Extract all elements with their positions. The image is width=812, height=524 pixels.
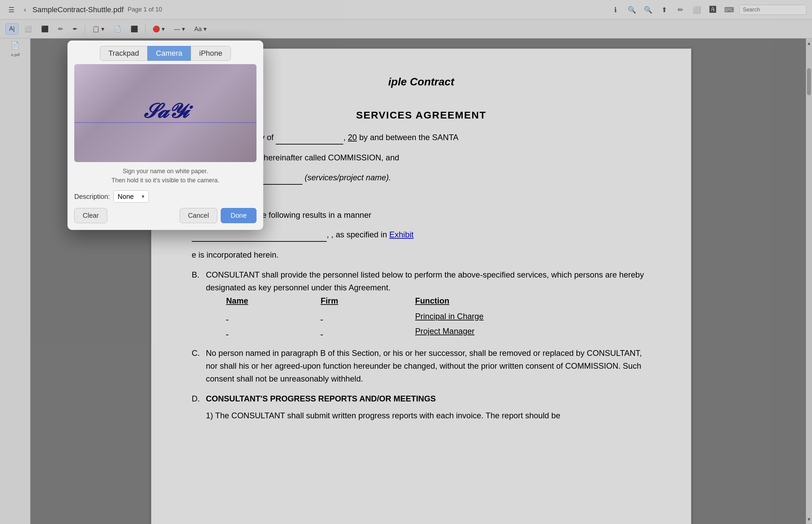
signature-dialog: Trackpad Camera iPhone 𝒮𝒶𝒴𝒾 Sign your na… <box>68 40 263 230</box>
done-button[interactable]: Done <box>221 208 256 223</box>
camera-preview: 𝒮𝒶𝒴𝒾 <box>74 64 256 162</box>
instruction-line-2: Then hold it so it's visible to the came… <box>74 176 256 185</box>
description-row: Description: None Author Initials <box>68 189 263 206</box>
tab-camera[interactable]: Camera <box>148 46 191 61</box>
description-select[interactable]: None Author Initials <box>113 191 149 202</box>
camera-signature-image: 𝒮𝒶𝒴𝒾 <box>143 101 188 121</box>
dialog-overlay: Trackpad Camera iPhone 𝒮𝒶𝒴𝒾 Sign your na… <box>0 0 812 524</box>
camera-baseline <box>74 122 256 123</box>
description-select-wrapper: None Author Initials <box>113 191 149 202</box>
cancel-button[interactable]: Cancel <box>180 208 217 223</box>
instruction-line-1: Sign your name on white paper. <box>74 167 256 176</box>
dialog-right-buttons: Cancel Done <box>180 208 256 223</box>
tab-trackpad[interactable]: Trackpad <box>100 46 148 61</box>
clear-button[interactable]: Clear <box>74 208 107 223</box>
dialog-buttons: Clear Cancel Done <box>68 206 263 223</box>
description-label: Description: <box>74 193 110 200</box>
dialog-tabs: Trackpad Camera iPhone <box>68 40 263 64</box>
tab-iphone[interactable]: iPhone <box>191 46 231 61</box>
dialog-instruction: Sign your name on white paper. Then hold… <box>68 162 263 189</box>
